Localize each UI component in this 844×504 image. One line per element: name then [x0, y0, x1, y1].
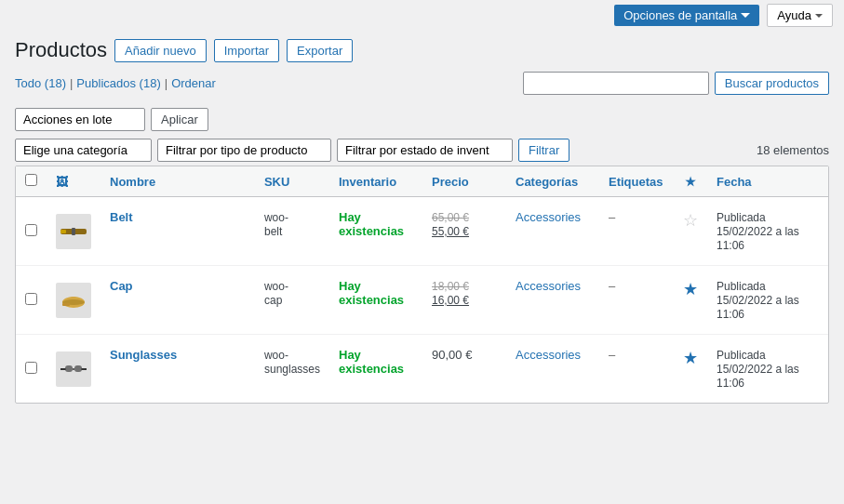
help-chevron-icon [815, 14, 823, 18]
search-input[interactable] [523, 72, 709, 95]
product-sku: woo-sunglasses [264, 349, 320, 376]
select-all-checkbox[interactable] [25, 174, 37, 186]
product-original-price: 65,00 € [432, 211, 469, 224]
product-thumbnail [56, 351, 91, 387]
product-date-cell: Publicada15/02/2022 a las 11:06 [707, 266, 828, 335]
featured-star-icon[interactable]: ★ [683, 280, 698, 298]
filters-row: Elige una categoría Filtrar por tipo de … [15, 139, 829, 162]
bulk-actions-select[interactable]: Acciones en lote [15, 108, 145, 131]
product-stock-status: Hay existencias [339, 348, 404, 376]
product-category-link[interactable]: Accessories [516, 210, 581, 224]
product-date-cell: Publicada15/02/2022 a las 11:06 [707, 197, 828, 266]
product-thumbnail [56, 214, 91, 249]
product-image-cell [47, 335, 100, 404]
apply-button[interactable]: Aplicar [151, 108, 208, 131]
export-button[interactable]: Exportar [287, 39, 353, 62]
table-row: Belt woo-belt Hay existencias 65,00 €55,… [16, 197, 828, 266]
category-filter-select[interactable]: Elige una categoría [15, 139, 152, 162]
row-checkbox-cell [16, 266, 47, 335]
items-count: 18 elementos [757, 143, 829, 157]
row-checkbox[interactable] [25, 362, 37, 374]
search-button[interactable]: Buscar productos [715, 72, 829, 95]
products-tbody: Belt woo-belt Hay existencias 65,00 €55,… [16, 197, 828, 404]
add-new-button[interactable]: Añadir nuevo [114, 39, 207, 62]
image-icon: 🖼 [56, 175, 68, 189]
page-header: Productos Añadir nuevo Importar Exportar [15, 38, 829, 62]
featured-column-header[interactable]: ★ [674, 166, 707, 197]
price-column-header[interactable]: Precio [422, 166, 506, 197]
product-image-cell [47, 197, 100, 266]
page-title: Productos [15, 38, 107, 62]
category-filter-wrap: Elige una categoría [15, 139, 152, 162]
product-name-link[interactable]: Cap [110, 279, 133, 293]
bulk-select-wrap: Acciones en lote [15, 108, 145, 131]
product-tags-cell: – [599, 266, 674, 335]
help-button[interactable]: Ayuda [767, 4, 833, 27]
product-stock-status: Hay existencias [339, 279, 404, 307]
product-featured-cell: ☆ [674, 197, 707, 266]
todo-filter-link[interactable]: Todo (18) [15, 76, 66, 90]
product-image-cell [47, 266, 100, 335]
product-date-status: Publicada15/02/2022 a las 11:06 [717, 280, 799, 321]
type-filter-wrap: Filtrar por tipo de producto [157, 139, 331, 162]
product-tags-cell: – [599, 197, 674, 266]
product-featured-cell: ★ [674, 266, 707, 335]
product-tags-cell: – [599, 335, 674, 404]
product-categories-cell: Accessories [506, 197, 599, 266]
product-sku-cell: woo-belt [255, 197, 329, 266]
row-checkbox[interactable] [25, 224, 37, 236]
product-price-cell: 65,00 €55,00 € [422, 197, 506, 266]
tags-column-header[interactable]: Etiquetas [599, 166, 674, 197]
product-name-cell: Belt [100, 197, 255, 266]
stock-filter-wrap: Filtrar por estado de invent [337, 139, 513, 162]
product-date-status: Publicada15/02/2022 a las 11:06 [717, 211, 799, 252]
product-category-link[interactable]: Accessories [516, 279, 581, 293]
featured-star-icon[interactable]: ★ [683, 349, 698, 367]
filter-button[interactable]: Filtrar [518, 139, 569, 162]
publicados-filter-link[interactable]: Publicados (18) [76, 76, 160, 90]
products-table-wrap: 🖼 Nombre SKU Inventario Precio Categoría… [15, 166, 829, 404]
product-sku-cell: woo-cap [255, 266, 329, 335]
table-header: 🖼 Nombre SKU Inventario Precio Categoría… [16, 166, 828, 197]
date-column-header[interactable]: Fecha [707, 166, 828, 197]
product-price-cell: 90,00 € [422, 335, 506, 404]
product-name-link[interactable]: Belt [110, 210, 133, 224]
import-button[interactable]: Importar [214, 39, 279, 62]
products-table: 🖼 Nombre SKU Inventario Precio Categoría… [16, 166, 828, 403]
filter-nav-row: Todo (18) | Publicados (18) | Ordenar Bu… [15, 72, 829, 102]
categories-column-header[interactable]: Categorías [506, 166, 599, 197]
image-column-header: 🖼 [47, 166, 100, 197]
screen-options-button[interactable]: Opciones de pantalla [614, 5, 759, 26]
svg-rect-5 [62, 303, 70, 306]
svg-rect-1 [60, 230, 66, 233]
stock-filter-select[interactable]: Filtrar por estado de invent [337, 139, 513, 162]
product-categories-cell: Accessories [506, 266, 599, 335]
product-sku: woo-cap [264, 280, 288, 307]
row-checkbox[interactable] [25, 293, 37, 305]
product-price: 90,00 € [432, 348, 472, 362]
product-date-status: Publicada15/02/2022 a las 11:06 [717, 349, 799, 390]
svg-rect-2 [72, 228, 75, 235]
product-name-cell: Sunglasses [100, 335, 255, 404]
ordenar-filter-link[interactable]: Ordenar [171, 76, 216, 90]
search-area: Buscar productos [523, 72, 829, 95]
chevron-down-icon [741, 13, 750, 18]
product-category-link[interactable]: Accessories [516, 348, 581, 362]
row-checkbox-cell [16, 197, 47, 266]
product-name-link[interactable]: Sunglasses [110, 348, 177, 362]
type-filter-select[interactable]: Filtrar por tipo de producto [157, 139, 331, 162]
row-checkbox-cell [16, 335, 47, 404]
product-featured-cell: ★ [674, 335, 707, 404]
name-column-header[interactable]: Nombre [100, 166, 255, 197]
product-tags: – [609, 210, 615, 224]
inventory-column-header[interactable]: Inventario [329, 166, 422, 197]
sku-column-header[interactable]: SKU [255, 166, 329, 197]
product-date-cell: Publicada15/02/2022 a las 11:06 [707, 335, 828, 404]
featured-star-icon[interactable]: ☆ [683, 211, 698, 230]
table-row: Cap woo-cap Hay existencias 18,00 €16,00… [16, 266, 828, 335]
bulk-actions-row: Acciones en lote Aplicar [15, 108, 829, 131]
help-label: Ayuda [777, 8, 811, 22]
product-sku-cell: woo-sunglasses [255, 335, 329, 404]
svg-rect-9 [74, 365, 82, 372]
product-price-cell: 18,00 €16,00 € [422, 266, 506, 335]
